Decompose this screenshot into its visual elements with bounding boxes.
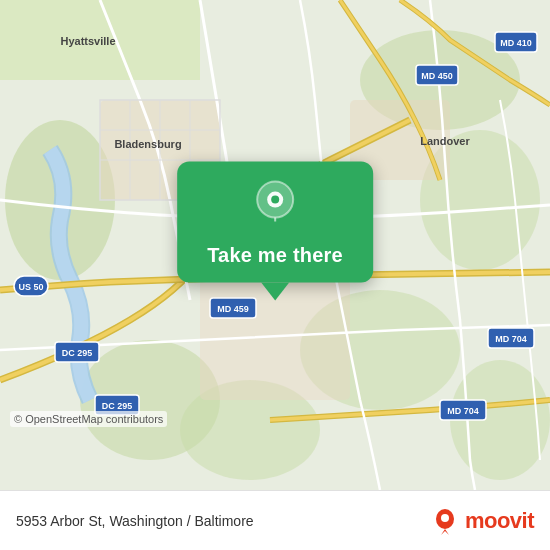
md704b-label: MD 704: [447, 406, 479, 416]
md410-label: MD 410: [500, 38, 532, 48]
address-text: 5953 Arbor St, Washington / Baltimore: [16, 513, 254, 529]
bottom-bar: 5953 Arbor St, Washington / Baltimore mo…: [0, 490, 550, 550]
us50-label: US 50: [18, 282, 43, 292]
dc295a-label: DC 295: [62, 348, 93, 358]
location-icon-wrapper: [253, 180, 297, 234]
md459-label: MD 459: [217, 304, 249, 314]
moovit-icon: [431, 507, 459, 535]
svg-point-24: [441, 514, 449, 522]
md450-label: MD 450: [421, 71, 453, 81]
dc295b-label: DC 295: [102, 401, 133, 411]
svg-point-22: [271, 196, 279, 204]
map-container: MD 410 MD 450 US 50 MD 459 DC 295 DC 295…: [0, 0, 550, 490]
hyattsville-label: Hyattsville: [60, 35, 115, 47]
bladensburg-label: Bladensburg: [114, 138, 181, 150]
moovit-brand-text: moovit: [465, 508, 534, 534]
landover-label: Landover: [420, 135, 470, 147]
take-me-there-button[interactable]: Take me there: [207, 244, 343, 267]
popup-card: Take me there: [177, 162, 373, 283]
location-pin-icon: [253, 180, 297, 230]
md704a-label: MD 704: [495, 334, 527, 344]
popup-tail: [261, 283, 289, 301]
copyright-text: © OpenStreetMap contributors: [10, 411, 167, 427]
popup-overlay: Take me there: [177, 162, 373, 301]
moovit-logo: moovit: [431, 507, 534, 535]
